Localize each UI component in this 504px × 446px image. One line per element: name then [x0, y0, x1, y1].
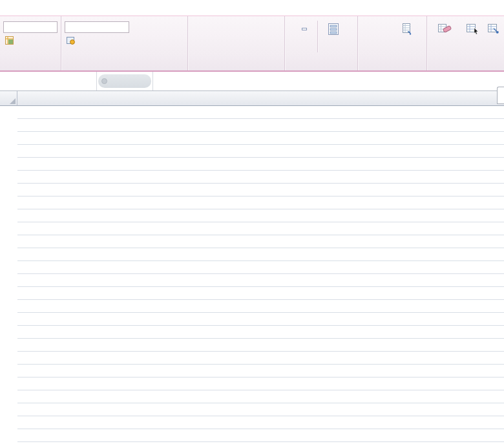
- sort-ascending-button[interactable]: [288, 21, 293, 35]
- clear-button[interactable]: [430, 18, 459, 61]
- spreadsheet: [0, 91, 504, 446]
- pivot-options-icon: [5, 36, 14, 45]
- change-data-source-button[interactable]: [386, 18, 426, 61]
- pivottable-name-label: [3, 18, 58, 21]
- select-icon: [466, 21, 480, 37]
- pivottable-name-input[interactable]: [3, 21, 58, 33]
- excel-window: [0, 0, 504, 446]
- refresh-button[interactable]: [359, 18, 386, 61]
- ribbon-group-actions: [427, 16, 504, 70]
- active-field-label: [65, 18, 129, 21]
- select-all-corner[interactable]: [0, 91, 17, 106]
- field-list-pane-fragment[interactable]: [497, 87, 504, 104]
- insert-slicer-button[interactable]: [319, 18, 348, 61]
- ribbon-group-group: [188, 16, 285, 70]
- select-button[interactable]: [459, 18, 487, 61]
- formula-input[interactable]: [152, 72, 504, 90]
- sort-button[interactable]: [293, 18, 316, 61]
- clear-icon: [437, 21, 452, 37]
- formula-bar-handle: [98, 74, 151, 88]
- sort-dialog-icon: [302, 21, 307, 37]
- ribbon-tabs: [0, 0, 504, 16]
- move-pivottable-icon: [487, 21, 500, 37]
- ribbon-group-active-field: [61, 16, 188, 70]
- change-data-source-icon: [400, 21, 413, 37]
- name-box[interactable]: [0, 72, 97, 90]
- pivottable-options-button[interactable]: [3, 35, 58, 46]
- divider: [317, 21, 318, 52]
- active-field-input[interactable]: [65, 21, 129, 33]
- ribbon-group-sort-filter: [285, 16, 358, 70]
- ribbon: [0, 16, 504, 72]
- sheet-area[interactable]: [17, 106, 504, 446]
- move-pivottable-button[interactable]: [487, 18, 504, 61]
- ribbon-group-data: [358, 16, 427, 70]
- field-settings-icon: [67, 36, 75, 45]
- row-headers: [0, 106, 17, 446]
- formula-bar-dot-icon: [101, 78, 107, 84]
- sort-descending-button[interactable]: [288, 39, 293, 53]
- ribbon-group-pivottable: [0, 16, 61, 70]
- slicer-icon: [327, 21, 340, 37]
- column-headers: [17, 91, 504, 106]
- formula-bar: [0, 72, 504, 91]
- field-settings-button[interactable]: [65, 35, 129, 46]
